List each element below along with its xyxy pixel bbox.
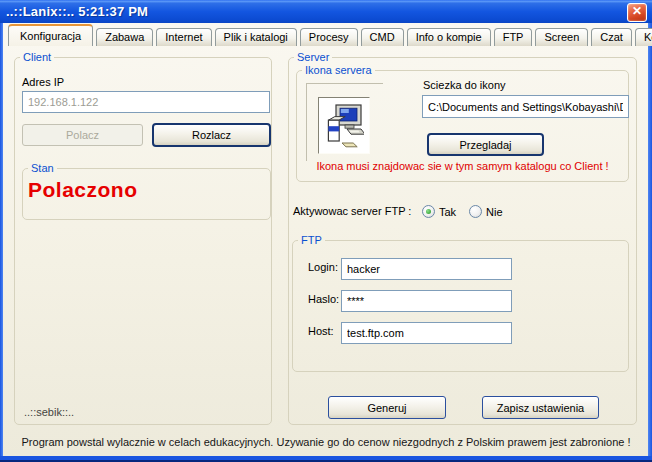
ip-address-input[interactable] xyxy=(22,91,270,113)
server-icon-box xyxy=(318,97,370,154)
disconnect-button[interactable]: Rozlacz xyxy=(152,123,271,147)
save-settings-button[interactable]: Zapisz ustawienia xyxy=(482,396,599,419)
close-button[interactable]: ✕ xyxy=(627,3,647,22)
window-frame-bottom xyxy=(0,456,652,462)
radio-tak-label: Tak xyxy=(439,206,456,218)
title-bar[interactable]: ..::Lanix::.. 5:21:37 PM xyxy=(0,0,652,23)
app-window: ..::Lanix::.. 5:21:37 PM ✕ Konfiguracja … xyxy=(0,0,652,462)
icon-warning-text: Ikona musi znajdowac sie w tym samym kat… xyxy=(296,160,629,172)
host-label: Host: xyxy=(308,325,334,337)
status-group-label: Stan xyxy=(28,162,57,174)
window-frame-right xyxy=(648,23,652,459)
disclaimer-text: Program powstal wylacznie w celach eduka… xyxy=(0,436,652,448)
tab-procesy[interactable]: Procesy xyxy=(300,28,358,46)
tab-ftp[interactable]: FTP xyxy=(494,28,533,46)
password-input[interactable] xyxy=(341,290,512,312)
radio-tak[interactable] xyxy=(422,205,435,218)
computer-setup-icon xyxy=(324,103,364,149)
tab-screen[interactable]: Screen xyxy=(535,28,588,46)
icon-path-input[interactable] xyxy=(422,95,629,118)
server-icon-group-label: Ikona servera xyxy=(302,64,375,76)
close-icon: ✕ xyxy=(632,4,642,18)
tab-keylogger[interactable]: Keylogger xyxy=(635,28,652,46)
radio-nie-label: Nie xyxy=(486,206,503,218)
ftp-group-label: FTP xyxy=(298,234,325,246)
client-group-label: Client xyxy=(20,51,54,63)
tab-info-o-kompie[interactable]: Info o kompie xyxy=(407,28,491,46)
ip-address-label: Adres IP xyxy=(22,76,64,88)
window-frame-left xyxy=(0,23,3,459)
radio-selected-dot xyxy=(426,209,431,214)
connect-button[interactable]: Polacz xyxy=(22,124,143,146)
tab-cmd[interactable]: CMD xyxy=(361,28,404,46)
connection-status-text: Polaczono xyxy=(28,178,138,202)
ftp-activate-label: Aktywowac server FTP : xyxy=(293,205,411,217)
icon-path-label: Sciezka do ikony xyxy=(423,79,506,91)
host-input[interactable] xyxy=(341,322,512,344)
tab-internet[interactable]: Internet xyxy=(156,28,211,46)
server-group-label: Server xyxy=(294,51,332,63)
browse-button[interactable]: Przegladaj xyxy=(427,133,544,156)
tab-czat[interactable]: Czat xyxy=(591,28,632,46)
window-title: ..::Lanix::.. 5:21:37 PM xyxy=(0,4,148,19)
tab-konfiguracja[interactable]: Konfiguracja xyxy=(8,24,93,46)
login-label: Login: xyxy=(308,261,338,273)
tab-bar: Konfiguracja Zabawa Internet Plik i kata… xyxy=(8,24,652,46)
generate-button[interactable]: Generuj xyxy=(328,396,446,419)
radio-nie[interactable] xyxy=(469,205,482,218)
login-input[interactable] xyxy=(341,258,512,280)
tab-zabawa[interactable]: Zabawa xyxy=(96,28,153,46)
password-label: Haslo: xyxy=(308,293,339,305)
tab-plik-i-katalogi[interactable]: Plik i katalogi xyxy=(215,28,297,46)
signature-text: ..::sebik::.. xyxy=(24,406,74,418)
